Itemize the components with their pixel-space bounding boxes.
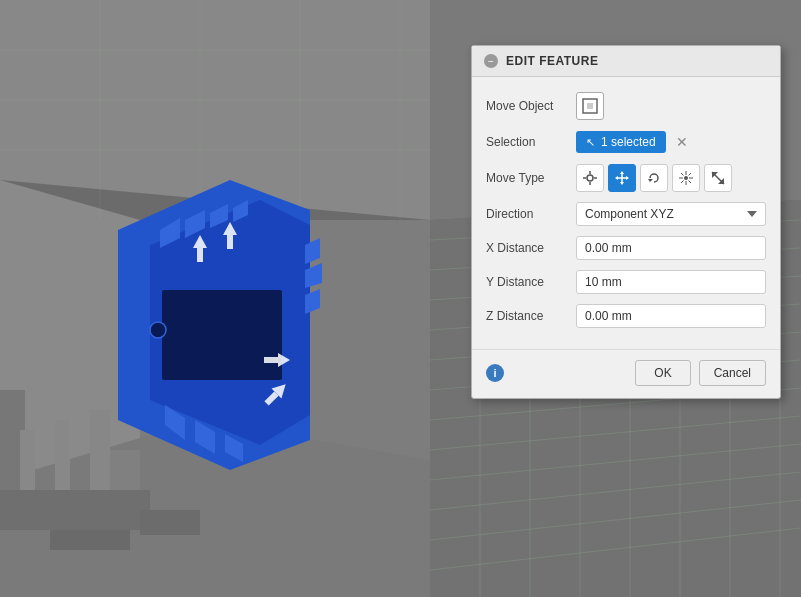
z-distance-control <box>576 304 766 328</box>
snap-icon <box>678 170 694 186</box>
svg-point-65 <box>587 175 593 181</box>
svg-marker-75 <box>626 176 629 180</box>
svg-rect-38 <box>110 450 140 490</box>
x-distance-control <box>576 236 766 260</box>
svg-point-54 <box>150 322 166 338</box>
free-move-icon <box>614 170 630 186</box>
z-distance-label: Z Distance <box>486 309 576 323</box>
y-distance-control <box>576 270 766 294</box>
y-distance-input[interactable] <box>576 270 766 294</box>
move-object-button[interactable] <box>576 92 604 120</box>
y-distance-label: Y Distance <box>486 275 576 289</box>
svg-rect-34 <box>0 490 150 530</box>
selection-control: ↖ 1 selected ✕ <box>576 131 766 153</box>
dialog-body: Move Object Selection ↖ 1 sele <box>472 77 780 343</box>
svg-rect-60 <box>264 357 278 363</box>
z-distance-row: Z Distance <box>472 299 780 333</box>
dialog-title: EDIT FEATURE <box>506 54 598 68</box>
move-type-align-btn[interactable] <box>704 164 732 192</box>
selection-count: 1 selected <box>601 135 656 149</box>
svg-point-77 <box>684 176 688 180</box>
move-type-group <box>576 164 732 192</box>
svg-rect-43 <box>162 290 282 380</box>
move-type-rotate-btn[interactable] <box>640 164 668 192</box>
svg-marker-74 <box>615 176 618 180</box>
svg-rect-35 <box>20 430 35 490</box>
clear-selection-button[interactable]: ✕ <box>672 132 692 152</box>
move-object-label: Move Object <box>486 99 576 113</box>
dialog-footer: i OK Cancel <box>472 349 780 398</box>
direction-control: Component XYZ World XYZ Screen XYZ <box>576 202 766 226</box>
move-type-control <box>576 164 766 192</box>
translate-icon <box>582 170 598 186</box>
selection-row: Selection ↖ 1 selected ✕ <box>472 125 780 159</box>
direction-row: Direction Component XYZ World XYZ Screen… <box>472 197 780 231</box>
dialog-header: − EDIT FEATURE <box>472 46 780 77</box>
move-type-label: Move Type <box>486 171 576 185</box>
svg-marker-76 <box>648 179 653 182</box>
cancel-button[interactable]: Cancel <box>699 360 766 386</box>
svg-line-84 <box>689 173 692 176</box>
z-distance-input[interactable] <box>576 304 766 328</box>
svg-rect-39 <box>50 530 130 550</box>
svg-rect-64 <box>587 103 593 109</box>
dialog-minimize-btn[interactable]: − <box>484 54 498 68</box>
cursor-icon: ↖ <box>586 136 595 149</box>
edit-feature-dialog: − EDIT FEATURE Move Object S <box>471 45 781 399</box>
move-object-row: Move Object <box>472 87 780 125</box>
ok-button[interactable]: OK <box>635 360 690 386</box>
svg-line-85 <box>681 181 684 184</box>
move-object-icon <box>582 98 598 114</box>
svg-line-82 <box>681 173 684 176</box>
3d-viewport[interactable]: − EDIT FEATURE Move Object S <box>0 0 801 597</box>
selection-button[interactable]: ↖ 1 selected <box>576 131 666 153</box>
move-type-row: Move Type <box>472 159 780 197</box>
footer-buttons: OK Cancel <box>635 360 766 386</box>
svg-line-83 <box>689 181 692 184</box>
svg-rect-58 <box>227 235 233 249</box>
align-icon <box>710 170 726 186</box>
x-distance-input[interactable] <box>576 236 766 260</box>
move-type-free-btn[interactable] <box>608 164 636 192</box>
svg-marker-72 <box>620 171 624 174</box>
svg-rect-37 <box>90 410 110 490</box>
svg-rect-56 <box>197 248 203 262</box>
svg-rect-40 <box>140 510 200 535</box>
x-distance-label: X Distance <box>486 241 576 255</box>
direction-select[interactable]: Component XYZ World XYZ Screen XYZ <box>576 202 766 226</box>
direction-label: Direction <box>486 207 576 221</box>
rotate-icon <box>646 170 662 186</box>
move-object-control <box>576 92 766 120</box>
y-distance-row: Y Distance <box>472 265 780 299</box>
info-button[interactable]: i <box>486 364 504 382</box>
selection-label: Selection <box>486 135 576 149</box>
move-type-snap-btn[interactable] <box>672 164 700 192</box>
svg-rect-36 <box>55 420 70 490</box>
move-type-translate-btn[interactable] <box>576 164 604 192</box>
svg-marker-73 <box>620 182 624 185</box>
x-distance-row: X Distance <box>472 231 780 265</box>
